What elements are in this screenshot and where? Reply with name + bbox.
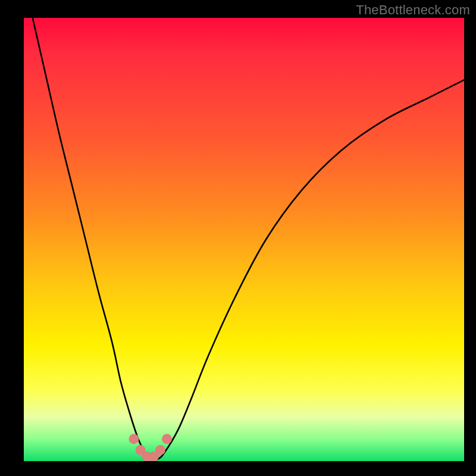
curve-marker (129, 434, 139, 444)
bottleneck-curve (33, 18, 464, 460)
curve-markers (129, 434, 173, 461)
curve-marker (155, 445, 165, 455)
plot-area (24, 18, 464, 461)
curve-marker (162, 434, 172, 444)
chart-frame: TheBottleneck.com (0, 0, 476, 476)
watermark-text: TheBottleneck.com (356, 2, 470, 18)
chart-overlay (24, 18, 464, 461)
